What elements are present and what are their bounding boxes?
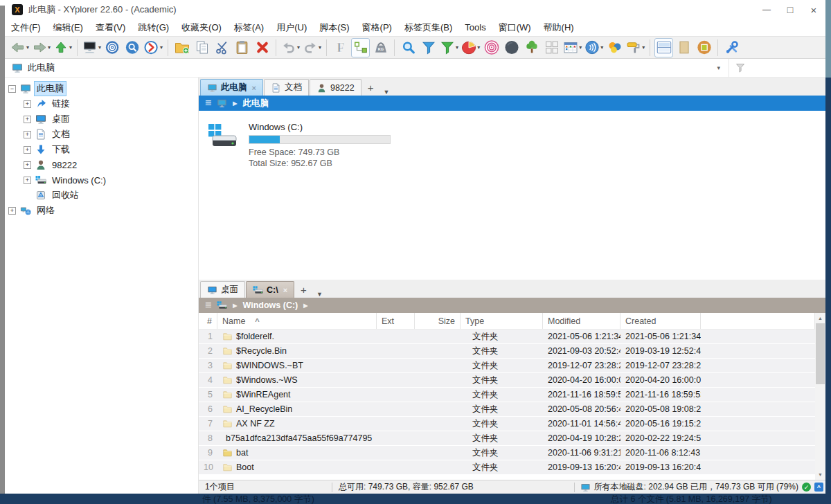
badge-blue-button[interactable]: ▾ — [584, 38, 604, 57]
delete-button[interactable] — [253, 38, 271, 57]
copy-button[interactable] — [193, 38, 211, 57]
tab-label[interactable]: C:\ — [267, 285, 278, 295]
tree-label[interactable]: 下载 — [50, 143, 72, 156]
filter-green-button[interactable]: ▾ — [439, 38, 459, 57]
file-name[interactable]: $folderelf. — [236, 332, 274, 341]
go-circle-button[interactable]: ▾ — [143, 38, 163, 57]
breadcrumb-arrow-icon[interactable]: ▶ — [303, 303, 307, 309]
menu-item-11[interactable]: Tools — [458, 19, 492, 36]
tree-item-链接[interactable]: +链接 — [5, 96, 198, 111]
tree-item-此电脑[interactable]: −此电脑 — [5, 81, 198, 96]
cut-button[interactable] — [213, 38, 231, 57]
tab-label[interactable]: 桌面 — [221, 284, 238, 296]
tab-文档[interactable]: 文档 — [264, 79, 309, 96]
column-label[interactable]: Modified — [548, 316, 580, 326]
tree-label[interactable]: 98222 — [50, 159, 79, 171]
file-row-$WINDOWS.~BT[interactable]: 3$WINDOWS.~BT文件夹2019-12-07 23:28:272019-… — [199, 359, 815, 372]
tree-item-下载[interactable]: +下载 — [5, 142, 198, 157]
tab-label[interactable]: 此电脑 — [221, 82, 247, 93]
tab-label[interactable]: 98222 — [330, 83, 355, 93]
column-header-Modified[interactable]: Modified — [543, 313, 620, 329]
file-row-AI_RecycleBin[interactable]: 6AI_RecycleBin文件夹2020-05-08 20:56:482020… — [199, 402, 815, 416]
dropdown-caret-icon[interactable]: ▾ — [579, 44, 582, 51]
file-name[interactable]: b75a1dfca213dfa475aa55f69a774795 — [226, 433, 372, 443]
drive-item[interactable]: Windows (C:) Free Space: 749.73 GB Total… — [208, 122, 825, 168]
tree-label[interactable]: 桌面 — [50, 112, 72, 126]
paint-roller-button[interactable]: ▾ — [625, 38, 645, 57]
back-button[interactable]: ▾ — [10, 38, 30, 57]
cell-name[interactable]: $WinREAgent — [217, 390, 377, 399]
expander-plus-icon[interactable]: + — [24, 100, 31, 108]
menu-item-10[interactable]: 标签页集(B) — [398, 19, 458, 36]
zoom-circle-button[interactable] — [123, 38, 142, 57]
new-folder-button[interactable] — [172, 38, 191, 57]
tree-label[interactable]: 网络 — [35, 204, 57, 217]
status-chevron-up-button[interactable]: ^ — [814, 483, 823, 492]
dropdown-caret-icon[interactable]: ▾ — [600, 44, 603, 51]
file-row-b75a1dfca213dfa475aa55f69a774795[interactable]: 8b75a1dfca213dfa475aa55f69a774795文件夹2020… — [199, 431, 815, 445]
filter-blue-button[interactable] — [419, 38, 438, 57]
file-name[interactable]: AX NF ZZ — [236, 419, 275, 429]
dropdown-caret-icon[interactable]: ▾ — [160, 44, 163, 51]
column-label[interactable]: Size — [438, 316, 455, 326]
dropdown-caret-icon[interactable]: ▾ — [26, 44, 29, 51]
tree-item-桌面[interactable]: +桌面 — [5, 111, 198, 127]
column-label[interactable]: Created — [625, 316, 656, 326]
breadcrumb-path[interactable]: Windows (C:) — [243, 300, 298, 310]
file-row-Boot[interactable]: 10Boot文件夹2019-09-13 16:20:422019-09-13 1… — [199, 460, 815, 474]
expander-plus-icon[interactable]: + — [24, 177, 31, 184]
tab-C:\[interactable]: C:\× — [246, 281, 294, 298]
cell-name[interactable]: $Recycle.Bin — [217, 346, 377, 356]
column-header-Size[interactable]: Size — [415, 313, 461, 329]
tree-item-回收站[interactable]: 回收站 — [5, 188, 198, 203]
filter-box[interactable] — [729, 59, 825, 78]
menu-item-9[interactable]: 窗格(P) — [356, 19, 398, 36]
cell-name[interactable]: AX NF ZZ — [217, 419, 377, 429]
file-name[interactable]: $Recycle.Bin — [236, 346, 287, 356]
file-name[interactable]: Boot — [236, 462, 254, 472]
tree-label[interactable]: 文档 — [50, 127, 72, 141]
column-header-Name[interactable]: Name^ — [217, 313, 377, 329]
column-label[interactable]: # — [207, 316, 212, 326]
dropdown-caret-icon[interactable]: ▾ — [48, 44, 51, 51]
file-row-$WinREAgent[interactable]: 5$WinREAgent文件夹2021-11-16 18:59:532021-1… — [199, 388, 815, 402]
expander-plus-icon[interactable]: + — [24, 161, 31, 169]
dropdown-caret-icon[interactable]: ▾ — [477, 44, 480, 51]
menu-item-4[interactable]: 跳转(G) — [132, 19, 175, 36]
address-bar[interactable]: 此电脑 ▾ — [5, 59, 825, 78]
target-circle-button[interactable] — [103, 38, 122, 57]
breadcrumb-path[interactable]: 此电脑 — [243, 98, 269, 109]
cell-name[interactable]: b75a1dfca213dfa475aa55f69a774795 — [217, 433, 377, 443]
menu-item-6[interactable]: 标签(A) — [228, 19, 270, 36]
pie-chart-button[interactable]: ▾ — [461, 38, 481, 57]
file-name[interactable]: $WINDOWS.~BT — [236, 361, 303, 370]
scroll-down-icon[interactable]: ▼ — [815, 469, 825, 480]
status-check-icon[interactable]: ✓ — [802, 483, 811, 492]
new-tab-button[interactable]: + — [362, 80, 379, 96]
expander-plus-icon[interactable]: + — [24, 116, 31, 123]
forward-button[interactable]: ▾ — [31, 38, 51, 57]
file-row-AX NF ZZ[interactable]: 7AX NF ZZ文件夹2020-11-01 14:56:402020-05-1… — [199, 417, 815, 431]
column-label[interactable]: Ext — [382, 316, 394, 326]
tab-此电脑[interactable]: 此电脑× — [200, 79, 263, 96]
tree-label[interactable]: 回收站 — [50, 188, 81, 202]
new-tab-button[interactable]: + — [295, 282, 312, 298]
pane-orange-button[interactable] — [695, 38, 713, 57]
tab-list-caret-icon[interactable]: ▼ — [379, 89, 393, 96]
maximize-button[interactable]: □ — [778, 0, 802, 19]
split-horizontal-button[interactable] — [654, 38, 673, 57]
dark-circle-button[interactable] — [502, 38, 521, 57]
cell-name[interactable]: AI_RecycleBin — [217, 404, 377, 414]
tree-item-网络[interactable]: +网络 — [5, 203, 198, 218]
font-button[interactable]: F — [331, 38, 350, 57]
file-name[interactable]: bat — [236, 448, 248, 458]
tab-close-icon[interactable]: × — [283, 286, 287, 294]
file-name[interactable]: AI_RecycleBin — [236, 404, 292, 414]
column-header-Ext[interactable]: Ext — [377, 313, 415, 329]
close-button[interactable]: × — [802, 0, 825, 19]
grid-squares-button[interactable] — [542, 38, 561, 57]
spiral-button[interactable] — [482, 38, 501, 57]
redo-button[interactable]: ▾ — [302, 38, 322, 57]
pane-vertical-button[interactable] — [674, 38, 693, 57]
vertical-scrollbar[interactable]: ▲ ▼ — [815, 313, 825, 480]
